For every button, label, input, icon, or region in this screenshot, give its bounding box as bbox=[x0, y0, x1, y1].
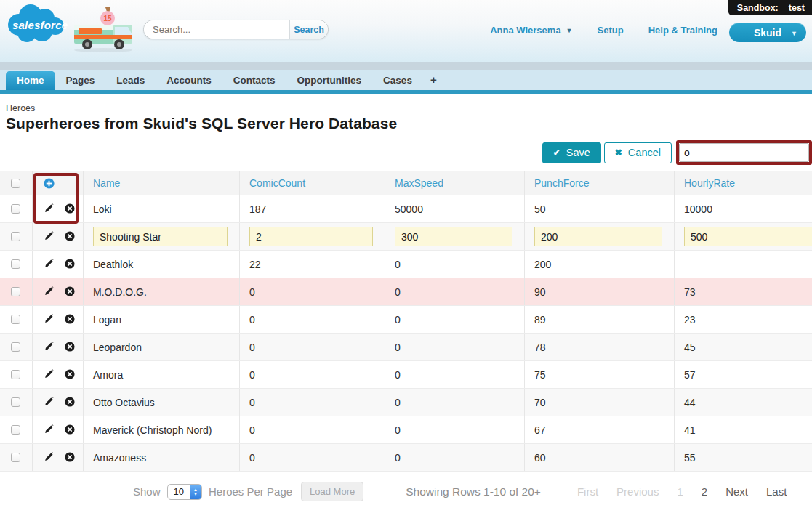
edit-field-punchforce[interactable]: 200 bbox=[534, 227, 662, 246]
pagination-page-2[interactable]: 2 bbox=[702, 485, 707, 498]
global-search-button[interactable]: Search bbox=[289, 20, 328, 39]
cell-hourlyrate: 55 bbox=[675, 444, 812, 471]
save-button-label: Save bbox=[566, 147, 590, 158]
delete-row-icon[interactable] bbox=[65, 203, 76, 214]
cell-comiccount: 0 bbox=[240, 444, 385, 471]
edit-row-icon[interactable] bbox=[44, 342, 55, 352]
add-row-icon[interactable] bbox=[44, 178, 55, 189]
page-size-select[interactable]: 10 ▲▼ bbox=[167, 484, 202, 500]
cell-maxspeed: 0 bbox=[385, 361, 525, 388]
page-size-value: 10 bbox=[168, 485, 190, 499]
edit-row-icon[interactable] bbox=[44, 452, 55, 463]
select-all-checkbox[interactable] bbox=[11, 179, 20, 188]
check-icon: ✔ bbox=[553, 148, 560, 158]
table-row-editing: Shooting Star 2 300 200 500 bbox=[0, 223, 812, 251]
load-more-button[interactable]: Load More bbox=[301, 482, 363, 501]
table-footer: Show 10 ▲▼ Heroes Per Page Load More Sho… bbox=[0, 482, 812, 501]
row-checkbox[interactable] bbox=[11, 425, 20, 435]
tab-contacts[interactable]: Contacts bbox=[222, 71, 286, 90]
edit-field-comiccount[interactable]: 2 bbox=[249, 227, 373, 246]
column-header-maxspeed[interactable]: MaxSpeed bbox=[395, 177, 443, 189]
cell-maxspeed: 50000 bbox=[385, 195, 525, 222]
edit-row-icon[interactable] bbox=[44, 369, 55, 380]
edit-row-icon[interactable] bbox=[44, 203, 55, 214]
edit-row-icon[interactable] bbox=[44, 286, 55, 297]
app-menu-button[interactable]: Skuid ▼ bbox=[729, 23, 806, 42]
tab-accounts[interactable]: Accounts bbox=[156, 71, 222, 90]
delete-row-icon[interactable] bbox=[65, 397, 76, 408]
stepper-arrows-icon: ▲▼ bbox=[190, 485, 201, 499]
logo-area: salesforce 15 bbox=[4, 1, 140, 52]
cell-comiccount: 0 bbox=[240, 334, 385, 360]
delete-row-icon[interactable] bbox=[65, 286, 76, 297]
edit-row-icon[interactable] bbox=[44, 259, 55, 270]
cell-hourlyrate: 73 bbox=[675, 278, 812, 305]
tab-cases[interactable]: Cases bbox=[372, 71, 423, 90]
table-row-error: M.O.D.O.G. 0 0 90 73 bbox=[0, 278, 812, 306]
annotation-highlight-filter bbox=[676, 140, 812, 165]
cell-maxspeed: 0 bbox=[385, 278, 525, 305]
row-checkbox[interactable] bbox=[11, 232, 20, 241]
edit-row-icon[interactable] bbox=[44, 314, 55, 325]
row-checkbox[interactable] bbox=[11, 287, 20, 296]
edit-row-icon[interactable] bbox=[44, 397, 55, 408]
row-checkbox[interactable] bbox=[11, 397, 20, 407]
edit-field-maxspeed[interactable]: 300 bbox=[395, 227, 512, 246]
table-row: Loki 187 50000 50 10000 bbox=[0, 195, 812, 223]
row-checkbox[interactable] bbox=[11, 342, 20, 352]
edit-row-icon[interactable] bbox=[44, 424, 55, 435]
edit-row-icon[interactable] bbox=[44, 231, 55, 242]
setup-link[interactable]: Setup bbox=[598, 25, 624, 36]
cell-hourlyrate: 41 bbox=[675, 416, 812, 443]
delete-row-icon[interactable] bbox=[65, 314, 76, 325]
per-page-label: Heroes Per Page bbox=[209, 485, 292, 498]
column-header-name[interactable]: Name bbox=[93, 177, 120, 189]
cell-punchforce: 78 bbox=[525, 334, 675, 360]
column-header-comiccount[interactable]: ComicCount bbox=[249, 177, 305, 189]
pagination-last[interactable]: Last bbox=[766, 485, 787, 498]
edit-field-name[interactable]: Shooting Star bbox=[93, 227, 228, 246]
app-menu-label: Skuid bbox=[754, 27, 781, 39]
row-checkbox[interactable] bbox=[11, 259, 20, 269]
cell-name: Amazoness bbox=[84, 444, 240, 471]
sandbox-value: test bbox=[789, 3, 805, 13]
cell-name: Amora bbox=[84, 361, 240, 388]
table-row: Amazoness 0 0 60 55 bbox=[0, 444, 812, 472]
cell-comiccount: 0 bbox=[240, 361, 385, 388]
pagination-first[interactable]: First bbox=[577, 485, 598, 498]
heroes-table: Name ComicCount MaxSpeed PunchForce Hour… bbox=[0, 171, 812, 472]
cell-hourlyrate: 10000 bbox=[675, 195, 812, 222]
cell-comiccount: 0 bbox=[240, 389, 385, 416]
table-filter-input[interactable] bbox=[679, 143, 809, 162]
row-checkbox[interactable] bbox=[11, 204, 20, 214]
pagination-page-1[interactable]: 1 bbox=[677, 485, 683, 498]
cancel-button-label: Cancel bbox=[628, 147, 661, 158]
row-checkbox[interactable] bbox=[11, 315, 20, 324]
tab-opportunities[interactable]: Opportunities bbox=[286, 71, 373, 90]
delete-row-icon[interactable] bbox=[65, 369, 76, 380]
edit-field-hourlyrate[interactable]: 500 bbox=[684, 227, 812, 246]
delete-row-icon[interactable] bbox=[65, 342, 76, 352]
cancel-button[interactable]: ✖ Cancel bbox=[604, 142, 672, 163]
pagination: First Previous 1 2 Next Last bbox=[577, 485, 787, 498]
pagination-next[interactable]: Next bbox=[725, 485, 748, 498]
tab-pages[interactable]: Pages bbox=[55, 71, 106, 90]
delete-row-icon[interactable] bbox=[65, 424, 76, 435]
column-header-hourlyrate[interactable]: HourlyRate bbox=[684, 177, 735, 189]
help-training-link[interactable]: Help & Training bbox=[648, 25, 717, 36]
column-header-punchforce[interactable]: PunchForce bbox=[534, 177, 589, 189]
global-search-input[interactable] bbox=[144, 20, 289, 39]
delete-row-icon[interactable] bbox=[65, 452, 76, 463]
delete-row-icon[interactable] bbox=[65, 259, 76, 270]
row-checkbox[interactable] bbox=[11, 453, 20, 462]
tab-leads[interactable]: Leads bbox=[105, 71, 156, 90]
user-menu[interactable]: Anna Wiersema ▼ bbox=[490, 25, 572, 36]
sandbox-label: Sandbox: bbox=[737, 3, 779, 13]
row-checkbox[interactable] bbox=[11, 370, 20, 379]
delete-row-icon[interactable] bbox=[65, 231, 76, 242]
pagination-previous[interactable]: Previous bbox=[616, 485, 659, 498]
save-button[interactable]: ✔ Save bbox=[542, 142, 601, 163]
tab-home[interactable]: Home bbox=[6, 71, 55, 90]
cell-comiccount: 22 bbox=[240, 251, 385, 278]
tab-add[interactable]: + bbox=[423, 70, 444, 90]
